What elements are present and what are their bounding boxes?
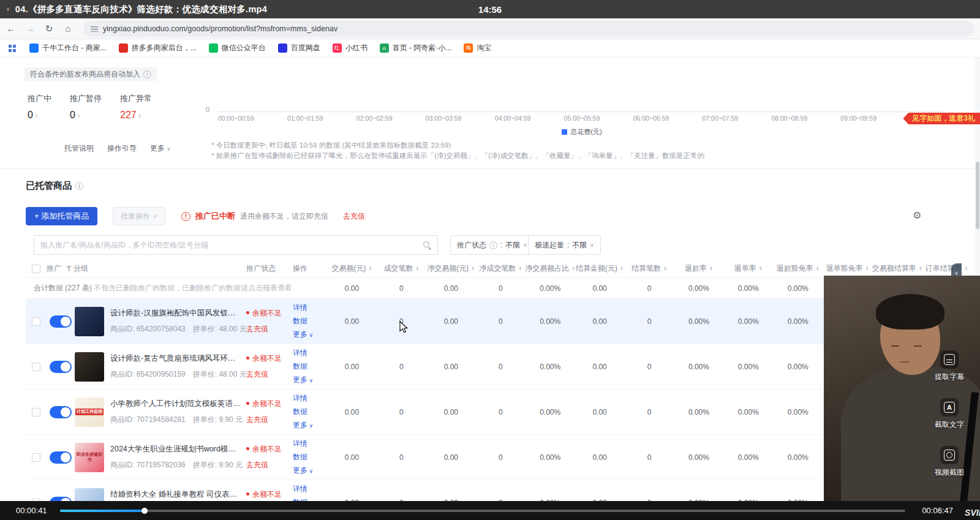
promotion-toggle[interactable] (50, 315, 72, 328)
recharge-link[interactable]: 去充值 (246, 369, 293, 380)
op-detail-link[interactable]: 详情 (293, 348, 307, 358)
side-tool[interactable]: 视频截图 (935, 446, 964, 478)
product-title[interactable]: 设计师款-复古气质扇形琉璃风耳环女民族风耳饰... (110, 353, 241, 364)
col-header-metric[interactable]: 退单率▲▼ (723, 263, 773, 274)
gear-icon[interactable]: ⚙ (913, 209, 921, 221)
site-info-icon[interactable] (91, 26, 98, 32)
info-icon[interactable]: i (75, 182, 83, 190)
search-input[interactable] (40, 241, 418, 249)
bookmark-item[interactable]: 红小红书 (333, 43, 368, 53)
product-title[interactable]: 小学教师个人工作计划范文模板英语语文数学... (110, 399, 241, 409)
recharge-link[interactable]: 去充值 (246, 324, 293, 334)
address-bar[interactable]: yingxiao.pinduoduo.com/goods/promotion/l… (83, 21, 974, 37)
col-header-metric[interactable]: 退款率▲▼ (674, 263, 723, 274)
recharge-link[interactable]: 去充值 (246, 415, 293, 425)
op-data-link[interactable]: 数据 (293, 361, 307, 372)
op-data-link[interactable]: 数据 (293, 316, 307, 326)
select-all-checkbox[interactable] (32, 265, 40, 273)
chart-tick-label: 06:00~06:59 (633, 115, 669, 122)
side-tool[interactable]: 截取文字 (935, 398, 964, 430)
col-header-metric[interactable]: 退款豁免率▲▼ (773, 263, 823, 274)
home-button[interactable]: ⌂ (60, 23, 76, 34)
metric-value: 0.00% (674, 363, 723, 371)
col-header-metric[interactable]: 交易额(元)▲▼ (327, 263, 377, 274)
bookmark-item[interactable]: 千牛工作台 - 商家... (29, 43, 107, 53)
progress-handle[interactable] (141, 508, 148, 514)
col-header-metric[interactable]: 交易额结算率▲▼ (872, 263, 922, 274)
stat-value[interactable]: 0› (70, 110, 102, 121)
sort-icon[interactable]: ▲▼ (965, 266, 968, 271)
product-title[interactable]: 2024大学生职业生涯规划书word模板范文工作... (110, 444, 241, 454)
bookmark-item[interactable]: 拼多多商家后台，... (119, 43, 197, 53)
op-detail-link[interactable]: 详情 (293, 484, 307, 494)
sort-icon[interactable]: ▲▼ (471, 266, 475, 271)
sort-icon[interactable]: ▲▼ (816, 266, 820, 271)
summary-value: 0 (476, 284, 526, 293)
sort-icon[interactable]: ▲▼ (415, 266, 419, 271)
row-checkbox[interactable] (32, 317, 40, 326)
bookmark-item[interactable]: 淘淘宝 (464, 43, 491, 53)
chevron-down-icon[interactable]: ˅ (6, 6, 10, 13)
op-detail-link[interactable]: 详情 (293, 439, 307, 449)
search-icon[interactable] (423, 241, 431, 249)
bookmark-item[interactable]: A首页 - 阿奇索·小... (380, 43, 452, 53)
filter-funnel-icon[interactable] (66, 266, 72, 271)
product-title[interactable]: 结婚资料大全 婚礼接单教程 司仪表格 婚礼策划... (110, 489, 241, 500)
col-header-metric[interactable]: 结算笔数▲▼ (625, 263, 674, 274)
op-data-link[interactable]: 数据 (293, 452, 307, 462)
sort-icon[interactable]: ▲▼ (709, 266, 713, 271)
op-detail-link[interactable]: 详情 (293, 303, 307, 313)
quick-link[interactable]: 更多∨ (150, 143, 171, 154)
back-button[interactable]: ← (3, 23, 19, 34)
progress-bar[interactable] (60, 510, 905, 512)
sort-icon[interactable]: ▲▼ (518, 266, 522, 271)
info-icon[interactable]: i (143, 70, 151, 78)
op-more-link[interactable]: 更多 ∨ (293, 465, 313, 476)
promotion-toggle[interactable] (50, 361, 72, 373)
bookmark-item[interactable]: 百度网盘 (278, 43, 320, 53)
sort-icon[interactable]: ▲▼ (759, 266, 763, 271)
col-header-metric[interactable]: 订单结算率▲▼ (922, 263, 971, 274)
col-header-metric[interactable]: 成交笔数▲▼ (377, 263, 426, 274)
sort-icon[interactable]: ▲▼ (620, 266, 624, 271)
sort-icon[interactable]: ▲▼ (663, 266, 667, 271)
row-checkbox[interactable] (32, 453, 40, 462)
product-title[interactable]: 设计师款-汉服旗袍配饰中国风发钗含字耳坠镶...✎ (110, 308, 241, 318)
recharge-link[interactable]: 去充值 (343, 211, 365, 222)
forward-button[interactable]: → (22, 23, 38, 34)
promotion-toggle[interactable] (50, 451, 72, 464)
promotion-toggle[interactable] (50, 497, 72, 502)
op-more-link[interactable]: 更多 ∨ (293, 375, 313, 385)
col-header-promo[interactable]: 推广分组 (47, 263, 246, 274)
reload-button[interactable]: ↻ (41, 23, 57, 34)
col-header-metric[interactable]: 净交易额(元)▲▼ (426, 263, 476, 274)
bookmark-item[interactable]: 微信公众平台 (209, 43, 266, 53)
row-checkbox[interactable] (32, 363, 40, 371)
op-more-link[interactable]: 更多 ∨ (293, 420, 313, 431)
side-tool[interactable]: 提取字幕 (935, 350, 964, 382)
recharge-link[interactable]: 去充值 (246, 460, 293, 470)
op-more-link[interactable]: 更多 ∨ (293, 330, 313, 340)
scrollbar-thumb[interactable] (976, 162, 979, 229)
col-header-metric[interactable]: 净交易额占比▲▼ (526, 263, 575, 274)
quick-link[interactable]: 托管说明 (64, 143, 94, 154)
add-managed-product-button[interactable]: + 添加托管商品 (26, 207, 97, 225)
filter-speed-boost[interactable]: 极速起量 : 不限 ∨ (528, 235, 601, 255)
row-checkbox[interactable] (32, 408, 40, 416)
promotion-toggle[interactable] (50, 406, 72, 418)
bookmark-favicon-icon (29, 43, 39, 53)
quick-link[interactable]: 操作引导 (107, 143, 137, 154)
op-data-link[interactable]: 数据 (293, 407, 307, 417)
filter-promotion-status[interactable]: 推广状态 i : 不限 ∨ (450, 235, 534, 255)
batch-operation-button[interactable]: 批量操作 ∨ (113, 207, 165, 225)
stat-value[interactable]: 227› (120, 110, 152, 121)
stat-value[interactable]: 0› (28, 110, 51, 121)
col-header-metric[interactable]: 退单豁免率▲▼ (823, 263, 872, 274)
sort-icon[interactable]: ▲▼ (865, 266, 869, 271)
col-header-metric[interactable]: 净成交笔数▲▼ (476, 263, 526, 274)
op-detail-link[interactable]: 详情 (293, 393, 307, 404)
sort-icon[interactable]: ▲▼ (368, 266, 372, 271)
col-header-metric[interactable]: 结算金额(元)▲▼ (575, 263, 625, 274)
apps-grid-icon[interactable] (9, 45, 16, 52)
promo-ribbon[interactable]: 见字如面，送君3礼 (903, 113, 980, 124)
